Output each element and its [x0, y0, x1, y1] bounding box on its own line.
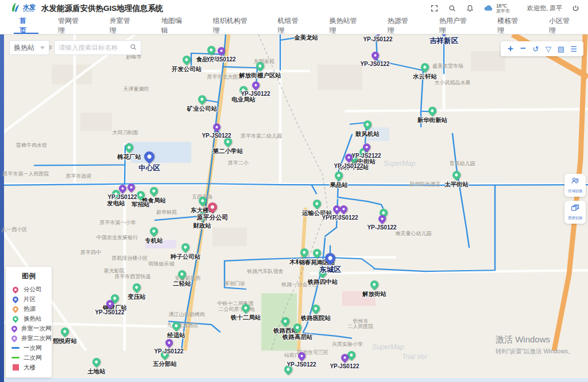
layers-icon	[571, 204, 580, 214]
logo-subtext: SHUIFA	[23, 10, 36, 13]
map-poi-label: 育英幼儿园	[450, 160, 475, 167]
marker-label: 铁路医院站	[301, 314, 331, 322]
weather-widget[interactable]: 18℃ 原平市	[483, 3, 510, 14]
side-tool-图层切换[interactable]: 图层切换	[564, 201, 586, 224]
fullscreen-icon[interactable]	[430, 4, 439, 13]
tab-地图编辑[interactable]: 地图编辑	[149, 17, 200, 34]
reset-icon[interactable]: ↺	[529, 42, 542, 55]
watermark-line1: 激活 Windows	[496, 334, 574, 345]
marker-label: 种子公司站	[171, 253, 201, 261]
layers-icon[interactable]: ▤	[555, 42, 567, 55]
marker-label: 东城区	[319, 265, 341, 275]
marker-label: 太平街站	[444, 181, 469, 189]
tab-楼栋管理[interactable]: 楼栋管理	[485, 17, 536, 34]
marker-label: YP-JS0122	[367, 224, 396, 231]
map-poi-label: 原平四中	[80, 249, 101, 256]
marker-label: 专机站	[145, 237, 163, 245]
side-tool-label: 图层切换	[568, 216, 582, 221]
logout-icon[interactable]	[571, 4, 580, 13]
map-poi-label: 晋粮牛肉水饺	[16, 142, 47, 149]
marker-pin-icon	[126, 182, 136, 192]
map-poi-label: 二人民医院	[348, 323, 374, 330]
marker-pin-icon	[91, 356, 102, 368]
marker-label: YP-JS0122	[328, 215, 358, 221]
tab-换热站管理[interactable]: 换热站管理	[316, 17, 374, 34]
legend-item-label: 二次网	[24, 354, 42, 362]
zoom-out-icon[interactable]: −	[517, 42, 529, 55]
legend-items: 分公司片区热源换热站井室一次网井室二次网一次网二次网大楼	[11, 284, 46, 372]
map-poi-label: 南关童心幼儿园	[396, 230, 432, 237]
marker-label: 棉花厂站	[117, 153, 141, 161]
filter-icon[interactable]: ▽	[542, 42, 555, 55]
map-poi-label: 原平市第一人民医院	[3, 170, 49, 178]
chevron-down-icon	[40, 46, 45, 49]
search-category-select[interactable]: 换热站	[9, 40, 49, 55]
weather-temp: 18℃	[496, 3, 510, 9]
legend-item: 换热站	[11, 314, 46, 323]
map-poi-label: 漓江山自助烤肉	[169, 311, 205, 318]
main-nav: 首页管网管理井室管理地图编辑组织机构管理机组管理换热站管理热源管理热用户管理楼栋…	[0, 17, 588, 34]
search-input[interactable]	[59, 44, 130, 51]
side-tool-label: 区域切换	[568, 189, 582, 194]
marker-label: YP-JS0122	[360, 61, 389, 67]
tab-组织机构管理[interactable]: 组织机构管理	[200, 17, 265, 34]
legend-item-label: 一次网	[24, 344, 42, 352]
marker-pin-icon	[311, 247, 323, 259]
map-marker-layer: 金美龙站开发公司站食品公司站解放街棚户区站电业局站矿业公司站第二小学站棉花厂站粮…	[0, 34, 588, 382]
marker-label: YP-JS2122	[351, 153, 381, 159]
marker-label: YP-JS0122	[206, 56, 235, 63]
bell-icon[interactable]	[466, 4, 474, 13]
marker-label: 铁路四中站	[308, 278, 338, 286]
tab-管网管理[interactable]: 管网管理	[45, 17, 97, 34]
marker-pin-icon	[250, 80, 261, 90]
tab-机组管理[interactable]: 机组管理	[265, 17, 317, 34]
marker-label: 吉祥新区	[430, 36, 458, 46]
side-tool-区域切换[interactable]: 区域切换	[564, 174, 586, 197]
map-poi-label: 原平市第一小学	[100, 219, 136, 227]
map-attribution-watermark: Trial Ver	[402, 353, 427, 361]
map-poi-label: 原平市西贸快递	[115, 273, 151, 280]
watermark-line2: 转到“设置”以激活 Windows。	[496, 348, 574, 356]
marker-label: 开发公司站	[172, 65, 202, 73]
tab-首页[interactable]: 首页	[7, 17, 45, 34]
map-poi-label: 大小武精品水果	[435, 79, 471, 87]
legend-item: 分公司	[11, 284, 46, 294]
marker-pin-icon	[333, 170, 345, 181]
tab-热用户管理[interactable]: 热用户管理	[427, 17, 485, 34]
legend-item: 大楼	[11, 362, 46, 372]
search-icon[interactable]	[448, 4, 457, 13]
zoom-in-icon[interactable]: +	[504, 42, 517, 55]
map-poi-label: 盛美农贸市场	[432, 63, 463, 70]
marker-label: YP-JS0122	[95, 309, 124, 315]
marker-label: 铁十二局站	[231, 314, 261, 322]
legend-pin-icon	[11, 287, 20, 293]
left-edge-panel	[0, 34, 4, 382]
map-controls: +−↺▽▤☰	[501, 41, 583, 56]
marker-label: 鼓风机站	[355, 130, 380, 138]
tab-热源管理[interactable]: 热源管理	[375, 17, 427, 34]
map-legend: 图例 分公司片区热源换热站井室一次网井室二次网一次网二次网大楼	[6, 267, 52, 377]
marker-pin-icon	[148, 225, 160, 237]
legend-item: 井室二次网	[11, 333, 46, 343]
legend-item-label: 热源	[24, 305, 36, 313]
map-viewport[interactable]: 原平市实验中学妙峰寺天津童涮坊大同刀削面原平市北大医院原平市第二幼儿园原平二小原…	[0, 34, 588, 382]
legend-item-label: 井室一次网	[21, 325, 52, 333]
search-category-value: 换热站	[14, 43, 34, 53]
legend-line-icon	[11, 357, 20, 358]
users-icon	[571, 177, 580, 187]
legend-pin-icon	[11, 297, 20, 302]
tab-小区管理[interactable]: 小区管理	[536, 17, 588, 34]
marker-pin-icon	[370, 50, 380, 60]
marker-pin-icon	[131, 282, 142, 293]
marker-label: 熙悦府站	[53, 337, 77, 345]
marker-label: 变压站	[127, 293, 146, 301]
search-submit-icon[interactable]	[130, 42, 137, 53]
list-icon[interactable]: ☰	[567, 42, 580, 55]
legend-item: 一次网	[11, 343, 46, 353]
tab-井室管理[interactable]: 井室管理	[97, 17, 149, 34]
map-poi-label: 兴原实验小学	[332, 341, 363, 348]
marker-pin-icon	[299, 247, 310, 258]
marker-label: YP-JS0122	[334, 163, 363, 169]
marker-label: YP-JS0122	[202, 132, 231, 139]
map-poi-label: 新华阳光酒店	[409, 181, 440, 188]
